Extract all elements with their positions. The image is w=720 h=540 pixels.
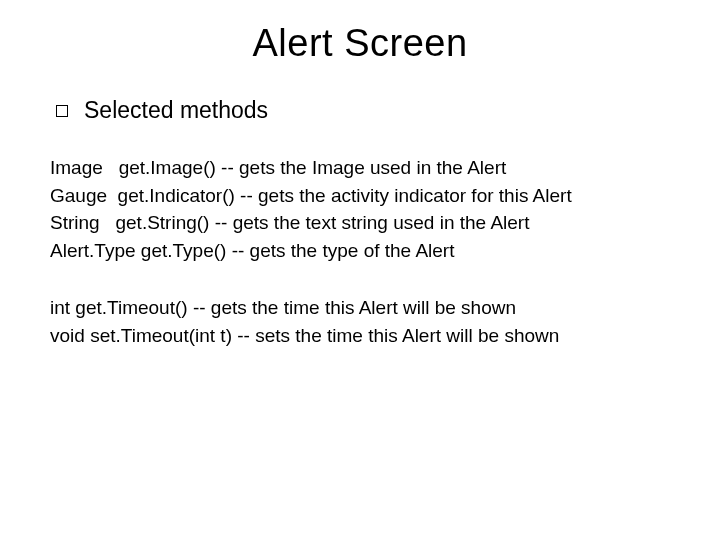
method-line: Alert.Type get.Type() -- gets the type o… — [50, 237, 670, 265]
method-line: String get.String() -- gets the text str… — [50, 209, 670, 237]
method-block-2: int get.Timeout() -- gets the time this … — [50, 294, 670, 349]
method-line: Gauge get.Indicator() -- gets the activi… — [50, 182, 670, 210]
square-bullet-icon — [56, 105, 68, 117]
method-line: int get.Timeout() -- gets the time this … — [50, 294, 670, 322]
slide-title: Alert Screen — [50, 22, 670, 65]
method-line: Image get.Image() -- gets the Image used… — [50, 154, 670, 182]
slide: Alert Screen Selected methods Image get.… — [0, 0, 720, 540]
method-block-1: Image get.Image() -- gets the Image used… — [50, 154, 670, 264]
method-line: void set.Timeout(int t) -- sets the time… — [50, 322, 670, 350]
bullet-text: Selected methods — [84, 97, 268, 124]
bullet-row: Selected methods — [56, 97, 670, 124]
